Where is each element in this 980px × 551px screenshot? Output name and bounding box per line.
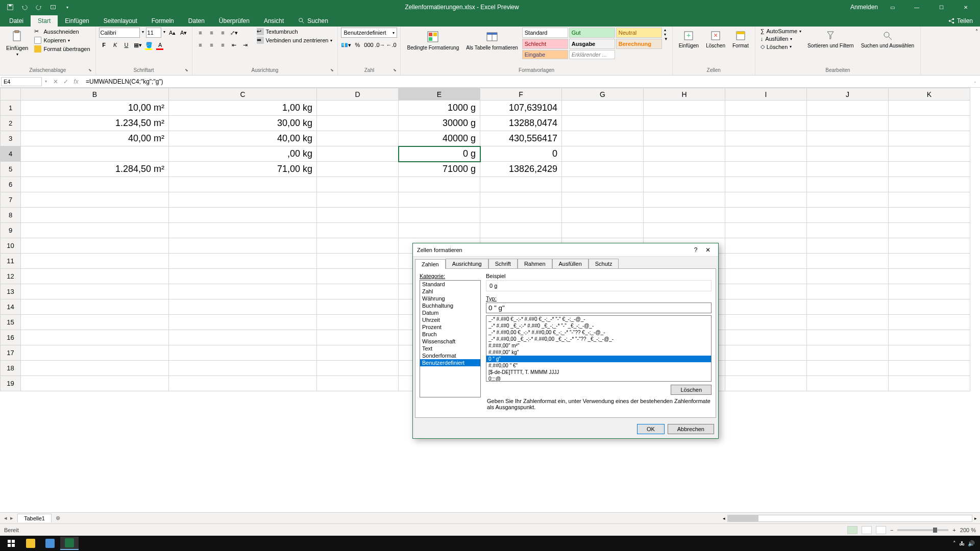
align-right-icon[interactable]: ≡: [218, 40, 228, 50]
cell-K1[interactable]: [889, 101, 970, 116]
column-header-E[interactable]: E: [399, 88, 480, 101]
cell-D5[interactable]: [317, 162, 399, 177]
category-item[interactable]: Buchhaltung: [420, 302, 480, 309]
horizontal-scrollbar[interactable]: [727, 515, 972, 522]
cell-G2[interactable]: [562, 116, 644, 131]
cell-J12[interactable]: [807, 269, 889, 284]
cell-F9[interactable]: [480, 223, 562, 238]
cell-B8[interactable]: [21, 208, 169, 223]
tab-ansicht[interactable]: Ansicht: [257, 15, 291, 27]
taskbar-app[interactable]: [41, 537, 59, 550]
touch-mode-icon[interactable]: [47, 1, 59, 13]
sheet-nav-last-icon[interactable]: ▸: [9, 515, 14, 521]
signin-link[interactable]: Anmelden: [850, 4, 878, 11]
font-color-button[interactable]: A: [155, 40, 165, 50]
row-header-19[interactable]: 19: [1, 376, 21, 391]
tray-network-icon[interactable]: 🖧: [959, 540, 965, 546]
cell-B15[interactable]: [21, 315, 169, 330]
tray-volume-icon[interactable]: 🔊: [968, 540, 975, 547]
type-list[interactable]: _-* #.##0 €_-;-* #.##0 €_-;_-* "-" €_-;_…: [486, 315, 712, 382]
expand-formula-bar-icon[interactable]: ⌄: [970, 79, 980, 84]
cell-D1[interactable]: [317, 101, 399, 116]
cell-C11[interactable]: [169, 254, 317, 269]
cell-B2[interactable]: 1.234,50 m²: [21, 116, 169, 131]
cell-D9[interactable]: [317, 223, 399, 238]
cell-K17[interactable]: [889, 345, 970, 361]
cell-I9[interactable]: [725, 223, 807, 238]
border-button[interactable]: ▦▾: [133, 40, 143, 50]
clipboard-launcher-icon[interactable]: ⬊: [88, 68, 94, 74]
tray-chevron-icon[interactable]: ˄: [953, 540, 956, 547]
cell-K19[interactable]: [889, 376, 970, 391]
close-button[interactable]: ✕: [955, 0, 976, 14]
style-gut[interactable]: Gut: [569, 28, 615, 38]
dialog-tab-schrift[interactable]: Schrift: [488, 259, 518, 268]
paste-button[interactable]: Einfügen ▾: [3, 28, 31, 59]
cell-K5[interactable]: [889, 162, 970, 177]
copy-button[interactable]: Kopieren▾: [32, 36, 92, 44]
cell-G5[interactable]: [562, 162, 644, 177]
cell-G7[interactable]: [562, 192, 644, 208]
delete-format-button[interactable]: Löschen: [671, 385, 712, 395]
styles-more-icon[interactable]: ▼: [664, 37, 668, 41]
type-list-item[interactable]: #.###,00" kg": [486, 349, 711, 356]
cell-J9[interactable]: [807, 223, 889, 238]
type-input[interactable]: [486, 303, 712, 313]
category-item[interactable]: Prozent: [420, 323, 480, 331]
cell-J16[interactable]: [807, 330, 889, 345]
search-tab[interactable]: Suchen: [291, 15, 335, 27]
cell-C17[interactable]: [169, 345, 317, 361]
cell-J13[interactable]: [807, 284, 889, 299]
cell-D8[interactable]: [317, 208, 399, 223]
style-erklaerender[interactable]: Erklärender ...: [569, 50, 615, 59]
alignment-launcher-icon[interactable]: ⬊: [330, 68, 336, 74]
cell-K10[interactable]: [889, 238, 970, 254]
cell-K13[interactable]: [889, 284, 970, 299]
cell-D18[interactable]: [317, 361, 399, 376]
cell-E6[interactable]: [399, 177, 480, 192]
cell-I16[interactable]: [725, 330, 807, 345]
style-eingabe[interactable]: Eingabe: [522, 50, 568, 59]
fill-color-button[interactable]: 🪣: [144, 40, 154, 50]
style-neutral[interactable]: Neutral: [616, 28, 662, 38]
cell-G3[interactable]: [562, 131, 644, 146]
tab-seitenlayout[interactable]: Seitenlayout: [96, 15, 144, 27]
cell-C8[interactable]: [169, 208, 317, 223]
cell-B17[interactable]: [21, 345, 169, 361]
cell-H6[interactable]: [644, 177, 725, 192]
ribbon-options-icon[interactable]: ▭: [882, 0, 902, 14]
hscroll-right-icon[interactable]: ▸: [974, 516, 977, 521]
column-header-J[interactable]: J: [807, 88, 889, 101]
cell-J6[interactable]: [807, 177, 889, 192]
row-header-16[interactable]: 16: [1, 330, 21, 345]
share-button[interactable]: Teilen: [941, 15, 980, 27]
cell-C18[interactable]: [169, 361, 317, 376]
cell-C12[interactable]: [169, 269, 317, 284]
row-header-7[interactable]: 7: [1, 192, 21, 208]
align-top-icon[interactable]: ≡: [195, 28, 206, 38]
cell-F2[interactable]: 13288,0474: [480, 116, 562, 131]
cell-F4[interactable]: 0: [480, 146, 562, 162]
zoom-level[interactable]: 200 %: [960, 527, 976, 533]
cell-K9[interactable]: [889, 223, 970, 238]
cell-I14[interactable]: [725, 299, 807, 315]
cell-C4[interactable]: ,00 kg: [169, 146, 317, 162]
save-icon[interactable]: [4, 1, 16, 13]
cell-C16[interactable]: [169, 330, 317, 345]
align-left-icon[interactable]: ≡: [195, 40, 206, 50]
cell-B12[interactable]: [21, 269, 169, 284]
cell-D4[interactable]: [317, 146, 399, 162]
cell-F7[interactable]: [480, 192, 562, 208]
cell-F1[interactable]: 107,639104: [480, 101, 562, 116]
insert-cells-button[interactable]: +Einfügen: [676, 28, 702, 51]
column-header-I[interactable]: I: [725, 88, 807, 101]
cell-F5[interactable]: 13826,2429: [480, 162, 562, 177]
tab-datei[interactable]: Datei: [2, 15, 31, 27]
tab-start[interactable]: Start: [31, 15, 58, 27]
cell-E9[interactable]: [399, 223, 480, 238]
cell-F8[interactable]: [480, 208, 562, 223]
cell-I10[interactable]: [725, 238, 807, 254]
category-item[interactable]: Standard: [420, 281, 480, 288]
format-cells-button[interactable]: Format: [729, 28, 752, 51]
cell-D3[interactable]: [317, 131, 399, 146]
